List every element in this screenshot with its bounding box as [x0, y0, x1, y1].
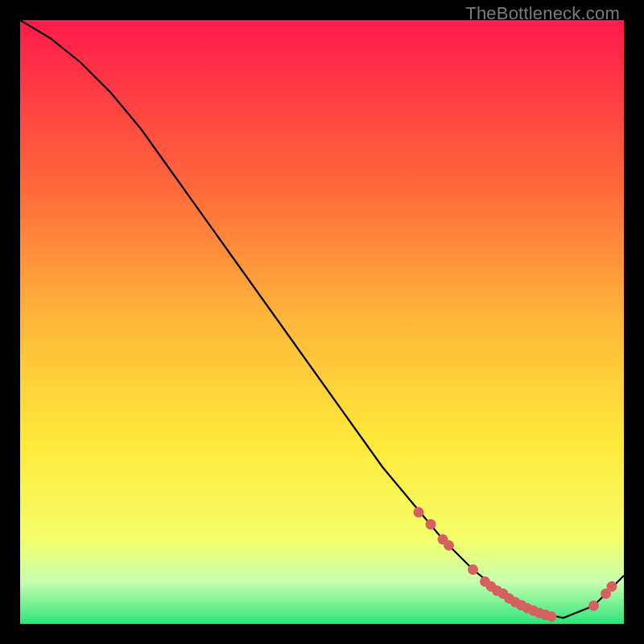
chart-svg	[20, 20, 624, 624]
data-marker	[588, 601, 599, 611]
data-marker	[414, 507, 424, 518]
data-marker	[607, 581, 617, 592]
gradient-background	[20, 20, 624, 624]
data-marker	[426, 519, 436, 530]
data-marker	[547, 612, 557, 622]
chart-frame	[20, 20, 624, 624]
data-marker	[444, 540, 454, 551]
data-marker	[468, 564, 478, 575]
watermark-text: TheBottleneck.com	[465, 3, 620, 24]
